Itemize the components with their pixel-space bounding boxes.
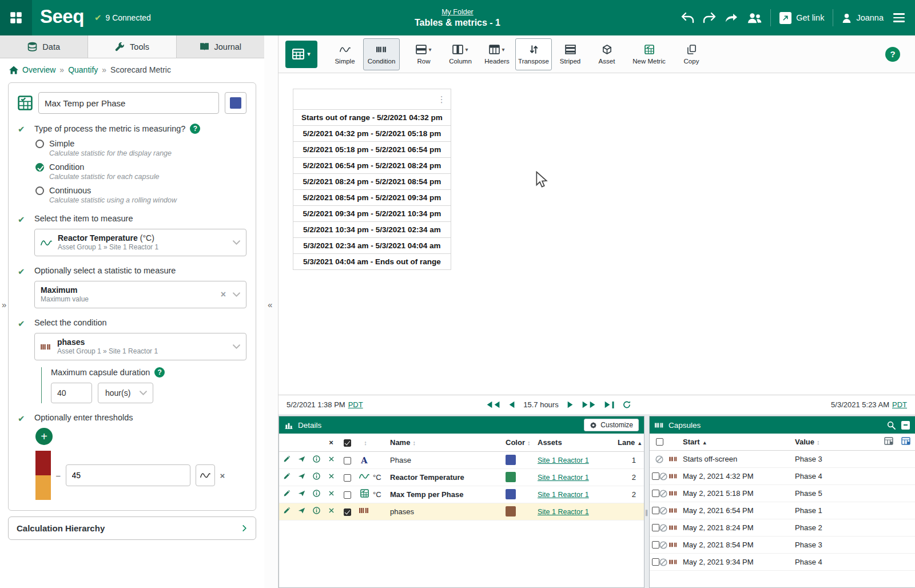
customize-button[interactable]: Customize (584, 419, 639, 431)
color-swatch[interactable] (506, 506, 516, 517)
capsule-time-row[interactable]: Starts out of range - 5/2/2021 04:32 pm (293, 110, 451, 126)
metric-color-button[interactable] (225, 92, 246, 114)
toolbar-simple-button[interactable]: Simple (327, 38, 363, 70)
tab-data[interactable]: Data (0, 35, 88, 58)
fast-forward-button[interactable] (582, 401, 596, 408)
threshold-value-input[interactable] (66, 464, 190, 486)
help-icon[interactable]: ? (154, 367, 165, 378)
clear-icon[interactable]: × (220, 289, 227, 300)
breadcrumb-overview[interactable]: Overview (22, 65, 55, 74)
toolbar-new-metric-button[interactable]: New Metric (631, 38, 667, 70)
select-all-checkbox[interactable] (344, 439, 351, 447)
tab-tools[interactable]: Tools (88, 35, 176, 58)
add-threshold-button[interactable]: + (35, 428, 53, 445)
my-folder-link[interactable]: My Folder (441, 8, 474, 16)
item-name[interactable]: phases (390, 503, 506, 520)
capsule-checkbox[interactable] (652, 507, 659, 514)
range-start[interactable]: 5/2/2021 1:38 PM (287, 400, 345, 409)
item-name[interactable]: Phase (390, 451, 506, 468)
table-view-button[interactable]: ▾ (285, 41, 317, 68)
capsule-time-row[interactable]: 5/3/2021 02:34 am - 5/3/2021 04:04 am (293, 238, 451, 254)
undo-button[interactable] (681, 12, 694, 23)
radio-condition[interactable]: Condition (35, 162, 246, 172)
pin-icon[interactable] (298, 490, 305, 497)
capsule-row[interactable]: Starts off-screen Phase 3 (650, 451, 915, 468)
item-name[interactable]: Max Temp per Phase (390, 486, 506, 503)
duration-unit-select[interactable]: hour(s) (98, 383, 153, 403)
sort-icon[interactable]: ↕ (364, 439, 367, 446)
timezone-link[interactable]: PDT (348, 400, 363, 409)
expand-panel-handle[interactable]: » (2, 300, 6, 309)
asset-link[interactable]: Site 1 Reactor 1 (538, 491, 589, 499)
remove-icon[interactable] (328, 507, 335, 514)
redo-button[interactable] (703, 12, 716, 23)
table-menu-icon[interactable]: ⋮ (437, 94, 446, 104)
info-icon[interactable] (313, 490, 320, 497)
color-column-header[interactable]: Color↕ (506, 434, 538, 451)
details-row[interactable]: °C Reactor Temperature Site 1 Reactor 1 … (279, 468, 644, 486)
lane-column-header[interactable]: Lane▲ (618, 434, 644, 451)
step-to-end-button[interactable] (604, 401, 614, 408)
calculation-hierarchy-section[interactable]: Calculation Hierarchy (8, 517, 256, 540)
remove-icon[interactable] (328, 455, 335, 463)
hamburger-menu-button[interactable] (892, 11, 906, 25)
duration-value-input[interactable] (51, 383, 92, 403)
select-all-capsules-checkbox[interactable] (656, 438, 663, 446)
capsule-row[interactable]: May 2, 2021 8:54 PM Phase 3 (650, 537, 915, 554)
details-row[interactable]: A Phase Site 1 Reactor 1 1 (279, 451, 644, 468)
info-icon[interactable] (313, 507, 320, 514)
capsule-checkbox[interactable] (652, 541, 659, 549)
help-icon[interactable]: ? (190, 124, 200, 134)
display-range-duration[interactable]: 15.7 hours (523, 400, 558, 409)
collapse-sidebar-handle[interactable]: « (268, 300, 272, 309)
toolbar-row-button[interactable]: ▾ Row (405, 38, 442, 70)
asset-link[interactable]: Site 1 Reactor 1 (538, 508, 589, 516)
row-checkbox[interactable] (344, 457, 351, 464)
pin-icon[interactable] (298, 472, 305, 480)
capsule-time-row[interactable]: 5/2/2021 09:34 pm - 5/2/2021 10:34 pm (293, 206, 451, 222)
threshold-color-low[interactable] (35, 475, 51, 500)
info-icon[interactable] (313, 472, 320, 480)
details-row-selected[interactable]: phases Site 1 Reactor 1 (279, 503, 644, 520)
start-column-header[interactable]: Start▲ (683, 438, 795, 446)
capsule-time-row[interactable]: 5/2/2021 08:54 pm - 5/2/2021 09:34 pm (293, 190, 451, 206)
color-swatch[interactable] (506, 489, 516, 499)
home-icon[interactable] (9, 66, 18, 74)
collapse-panel-button[interactable] (901, 421, 910, 430)
item-name[interactable]: Reactor Temperature (390, 468, 506, 486)
capsule-time-row[interactable]: 5/3/2021 04:04 am - Ends out of range (293, 254, 451, 270)
fast-rewind-button[interactable] (486, 401, 500, 408)
row-checkbox[interactable] (344, 508, 351, 516)
capsule-row[interactable]: May 2, 2021 5:18 PM Phase 5 (650, 485, 915, 502)
threshold-signal-button[interactable] (196, 464, 215, 486)
assets-column-header[interactable]: Assets (538, 434, 618, 451)
color-swatch[interactable] (506, 455, 516, 465)
capsule-time-row[interactable]: 5/2/2021 08:24 pm - 5/2/2021 08:54 pm (293, 174, 451, 190)
tab-journal[interactable]: Journal (177, 35, 264, 58)
remove-icon[interactable] (328, 490, 335, 497)
statistic-select[interactable]: Maximum Maximum value × (34, 281, 246, 308)
toolbar-copy-button[interactable]: Copy (673, 38, 710, 70)
remove-all-icon[interactable]: × (324, 434, 339, 451)
zoom-capsules-icon[interactable] (887, 421, 896, 430)
capsule-time-row[interactable]: 5/2/2021 10:34 pm - 5/3/2021 02:34 am (293, 222, 451, 238)
capsule-row[interactable]: May 2, 2021 8:24 PM Phase 2 (650, 519, 915, 537)
help-icon[interactable]: ? (885, 47, 900, 62)
metric-name-input[interactable] (38, 92, 219, 114)
toolbar-asset-button[interactable]: Asset (588, 38, 625, 70)
details-row[interactable]: °C Max Temp per Phase Site 1 Reactor 1 2 (279, 486, 644, 503)
capsule-time-row[interactable]: 5/2/2021 06:54 pm - 5/2/2021 08:24 pm (293, 158, 451, 174)
breadcrumb-quantify[interactable]: Quantify (68, 65, 98, 74)
edit-icon[interactable] (283, 490, 291, 497)
threshold-color-high[interactable] (35, 451, 51, 475)
capsule-checkbox[interactable] (652, 524, 659, 531)
sidebar-splitter[interactable] (264, 35, 279, 588)
remove-threshold-icon[interactable]: × (220, 471, 225, 480)
capsule-checkbox[interactable] (652, 472, 659, 480)
capsule-time-row[interactable]: 5/2/2021 04:32 pm - 5/2/2021 05:18 pm (293, 126, 451, 142)
seeq-logo[interactable]: Seeq (32, 6, 94, 30)
row-checkbox[interactable] (344, 491, 351, 499)
name-column-header[interactable]: Name↕ (390, 434, 506, 451)
user-menu[interactable]: Joanna (842, 13, 884, 23)
edit-icon[interactable] (283, 455, 291, 463)
